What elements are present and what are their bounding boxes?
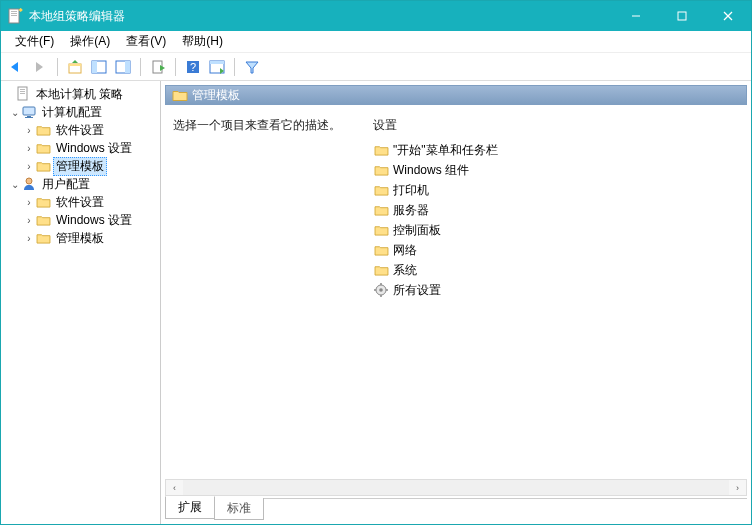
tree-label: 计算机配置 [39,103,105,122]
user-icon [21,176,37,192]
list-item-label: Windows 组件 [393,162,469,179]
close-button[interactable] [705,1,751,31]
folder-icon [373,222,389,238]
folder-icon [35,140,51,156]
minimize-button[interactable] [613,1,659,31]
filter-button[interactable] [241,56,263,78]
detail-heading: 管理模板 [192,87,240,104]
chevron-right-icon[interactable]: › [23,142,35,154]
svg-rect-28 [20,91,25,92]
folder-icon [373,242,389,258]
chevron-right-icon[interactable]: › [23,214,35,226]
computer-icon [21,104,37,120]
folder-icon [35,230,51,246]
chevron-right-icon[interactable]: › [23,196,35,208]
svg-text:?: ? [190,61,196,73]
svg-rect-31 [27,116,31,117]
toolbar-separator [234,58,235,76]
svg-rect-12 [69,64,81,66]
tree-label: 管理模板 [53,157,107,176]
svg-rect-3 [11,15,17,16]
description-text: 选择一个项目来查看它的描述。 [173,118,341,132]
tree-label: 本地计算机 策略 [33,85,126,104]
list-item-label: 服务器 [393,202,429,219]
scroll-right-icon[interactable]: › [729,480,746,495]
list-item[interactable]: 服务器 [369,200,743,220]
menu-action[interactable]: 操作(A) [62,31,118,52]
svg-point-33 [26,178,32,184]
tree-root[interactable]: 本地计算机 策略 [3,85,158,103]
list-item-label: "开始"菜单和任务栏 [393,142,498,159]
twisty-icon [3,88,15,100]
tree-computer-config[interactable]: ⌄ 计算机配置 [3,103,158,121]
title-bar: 本地组策略编辑器 [1,1,751,31]
tree-item[interactable]: › Windows 设置 [3,139,158,157]
tree-label: 用户配置 [39,175,93,194]
list-item[interactable]: "开始"菜单和任务栏 [369,140,743,160]
chevron-down-icon[interactable]: ⌄ [9,178,21,190]
list-item[interactable]: 系统 [369,260,743,280]
tree-label: Windows 设置 [53,139,135,158]
tree-item[interactable]: › 管理模板 [3,229,158,247]
chevron-right-icon[interactable]: › [23,160,35,172]
tab-extended[interactable]: 扩展 [165,496,215,519]
chevron-down-icon[interactable]: ⌄ [9,106,21,118]
svg-rect-27 [20,89,25,90]
folder-icon [373,142,389,158]
list-item[interactable]: 所有设置 [369,280,743,300]
description-pane: 选择一个项目来查看它的描述。 [165,109,365,479]
tree-item[interactable]: › Windows 设置 [3,211,158,229]
svg-rect-6 [678,12,686,20]
list-item[interactable]: 打印机 [369,180,743,200]
back-button[interactable] [5,56,27,78]
folder-icon [35,212,51,228]
list-item[interactable]: 网络 [369,240,743,260]
policy-icon [15,86,31,102]
menu-view[interactable]: 查看(V) [118,31,174,52]
svg-rect-29 [20,93,25,94]
detail-pane: 管理模板 选择一个项目来查看它的描述。 设置 "开始"菜单和任务栏Windows… [161,81,751,524]
svg-rect-1 [11,11,17,12]
tree-label: Windows 设置 [53,211,135,230]
up-button[interactable] [64,56,86,78]
scroll-left-icon[interactable]: ‹ [166,480,183,495]
tree-item[interactable]: › 软件设置 [3,121,158,139]
list-item[interactable]: Windows 组件 [369,160,743,180]
options-button[interactable] [206,56,228,78]
menu-file[interactable]: 文件(F) [7,31,62,52]
detail-header: 管理模板 [165,85,747,105]
svg-marker-9 [11,62,18,72]
tree-item-admin-templates[interactable]: › 管理模板 [3,157,158,175]
toolbar-separator [57,58,58,76]
folder-icon [373,162,389,178]
horizontal-scrollbar[interactable]: ‹ › [165,479,747,496]
maximize-button[interactable] [659,1,705,31]
svg-rect-2 [11,13,17,14]
svg-rect-15 [92,61,97,73]
toolbar-separator [175,58,176,76]
chevron-right-icon[interactable]: › [23,232,35,244]
chevron-right-icon[interactable]: › [23,124,35,136]
menu-bar: 文件(F) 操作(A) 查看(V) 帮助(H) [1,31,751,53]
folder-icon [35,194,51,210]
list-item-label: 系统 [393,262,417,279]
tab-standard[interactable]: 标准 [214,498,264,520]
nav-tree[interactable]: 本地计算机 策略 ⌄ 计算机配置 › 软件设置 › Windows 设置 › 管… [1,81,161,524]
tree-item[interactable]: › 软件设置 [3,193,158,211]
help-button[interactable]: ? [182,56,204,78]
svg-marker-10 [36,62,43,72]
show-hide-tree-button[interactable] [88,56,110,78]
export-button[interactable] [147,56,169,78]
list-item-label: 网络 [393,242,417,259]
list-item-label: 打印机 [393,182,429,199]
tree-user-config[interactable]: ⌄ 用户配置 [3,175,158,193]
toolbar: ? [1,53,751,81]
list-item[interactable]: 控制面板 [369,220,743,240]
menu-help[interactable]: 帮助(H) [174,31,231,52]
show-hide-action-button[interactable] [112,56,134,78]
column-header-settings[interactable]: 设置 [369,115,743,140]
settings-list[interactable]: 设置 "开始"菜单和任务栏Windows 组件打印机服务器控制面板网络系统所有设… [365,109,747,479]
forward-button[interactable] [29,56,51,78]
folder-icon [172,88,188,102]
folder-icon [373,202,389,218]
